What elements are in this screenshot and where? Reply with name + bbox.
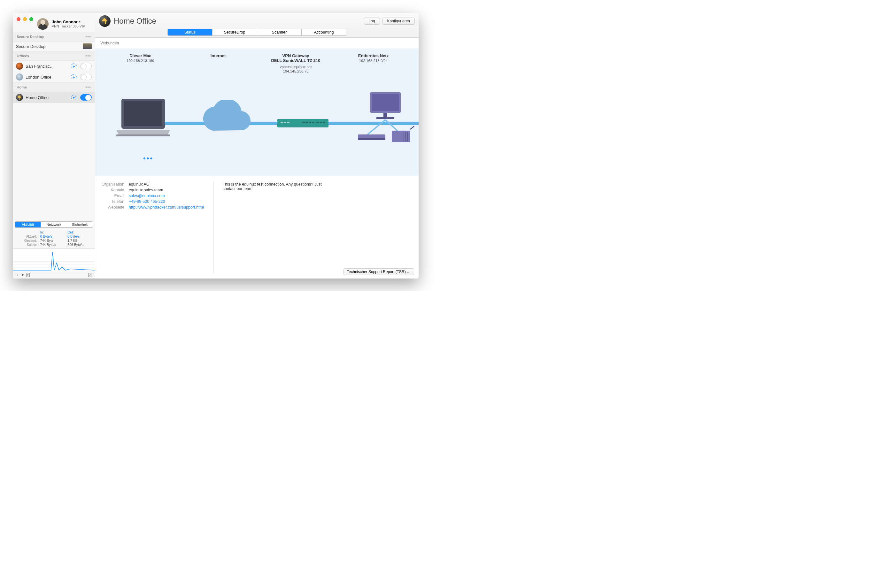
col-out: Out: — [68, 230, 92, 234]
add-button[interactable]: ＋ — [15, 272, 19, 278]
stat-value: 0 Byte/s — [68, 234, 92, 238]
sidebar-bottom: Aktivität Netzwerk Sicherheit In: Out: A… — [13, 219, 95, 279]
info-panel: Organisation equinux AG Kontakt equinux … — [95, 176, 419, 279]
main-tabs: Status SecureDrop Scanner Accounting — [167, 29, 346, 36]
svg-rect-19 — [323, 122, 325, 123]
zoom-window-button[interactable] — [29, 17, 33, 21]
svg-rect-16 — [312, 122, 314, 123]
svg-line-24 — [367, 120, 385, 135]
user-name: John Connor — [52, 20, 78, 25]
svg-rect-7 — [124, 101, 162, 126]
sidebar-group-secure-desktop[interactable]: Secure Desktop ••• — [13, 32, 95, 42]
svg-rect-10 — [281, 122, 283, 123]
stat-label: Spitze: — [16, 243, 37, 247]
node-mac-labels: Dieser Mac 192.168.213.189 — [102, 53, 179, 73]
more-indicator-icon[interactable]: ••• — [143, 154, 153, 163]
laptop-icon — [114, 97, 172, 140]
group-title: Offices — [17, 54, 29, 58]
stat-value: 744 Byte — [40, 238, 65, 242]
cloud-upload-icon[interactable] — [70, 63, 78, 69]
collapse-icon[interactable]: ▾ — [26, 273, 30, 277]
group-title: Home — [17, 85, 27, 89]
web-link[interactable]: http://www.vpntracker.com/us/support.htm… — [129, 205, 204, 210]
info-note: This is the equinux test connection. Any… — [213, 182, 335, 273]
node-title: Internet — [179, 53, 257, 58]
minimize-window-button[interactable] — [23, 17, 27, 21]
cloud-upload-icon[interactable] — [70, 94, 78, 100]
cloud-upload-icon[interactable] — [70, 74, 78, 80]
more-icon[interactable]: ••• — [85, 53, 91, 58]
stat-value: 1.7 KB — [68, 238, 92, 242]
connection-toggle[interactable] — [80, 94, 92, 100]
sidebar-group-offices[interactable]: Offices ••• — [13, 51, 95, 61]
tab-activity[interactable]: Aktivität — [15, 222, 41, 227]
node-sub: DELL SonicWALL TZ 210 — [257, 58, 335, 63]
svg-rect-12 — [287, 122, 290, 123]
stat-value: 696 Byte/s — [68, 243, 92, 247]
tab-network[interactable]: Netzwerk — [41, 222, 66, 227]
log-button[interactable]: Log — [364, 18, 380, 25]
tab-security[interactable]: Sicherheit — [67, 222, 93, 227]
svg-rect-17 — [316, 122, 319, 123]
node-title: VPN Gateway — [257, 53, 335, 58]
connection-toggle[interactable] — [80, 74, 92, 80]
contact-info: Organisation equinux AG Kontakt equinux … — [102, 182, 204, 273]
titlebar: John Connor ▾ VPN Tracker 365 VIP — [13, 13, 95, 32]
close-window-button[interactable] — [17, 17, 21, 21]
sidebar-item-label: San Francisc… — [26, 64, 68, 69]
activity-tabs: Aktivität Netzwerk Sicherheit — [15, 221, 93, 228]
tab-securedrop[interactable]: SecureDrop — [212, 29, 257, 36]
gateway-icon — [277, 117, 329, 131]
svg-rect-22 — [383, 113, 387, 117]
phone-link[interactable]: +49-89-520 465-220 — [129, 199, 165, 204]
svg-rect-18 — [320, 122, 322, 123]
group-title: Secure Desktop — [17, 35, 44, 39]
node-sub: 192.168.213.189 — [102, 59, 179, 63]
col-in: In: — [40, 230, 65, 234]
location-icon — [16, 63, 23, 70]
topology-diagram: Dieser Mac 192.168.213.189 Internet VPN … — [95, 48, 419, 176]
location-icon — [16, 74, 23, 81]
tab-accounting[interactable]: Accounting — [301, 29, 346, 36]
tab-scanner[interactable]: Scanner — [257, 29, 302, 36]
more-icon[interactable]: ••• — [85, 85, 91, 90]
more-icon[interactable]: ••• — [85, 34, 91, 39]
sidebar-item-label: London Office — [26, 75, 68, 80]
node-internet-labels: Internet — [179, 53, 257, 73]
node-sub: 194.145.236.73 — [257, 69, 335, 73]
user-block[interactable]: John Connor ▾ VPN Tracker 365 VIP — [52, 20, 85, 29]
stat-value: 744 Byte/s — [40, 243, 65, 247]
svg-rect-14 — [305, 122, 308, 123]
panel-toggle-icon[interactable]: ◁ — [88, 273, 92, 277]
status-line: Verbunden — [95, 38, 419, 48]
sidebar-item-secure-desktop[interactable]: Secure Desktop — [13, 42, 95, 51]
info-value: equinux sales team — [129, 188, 204, 192]
cloud-icon — [197, 100, 255, 140]
node-title: Entferntes Netz — [335, 53, 412, 58]
stat-label: Aktuell: — [16, 234, 37, 238]
info-label: Telefon — [102, 199, 124, 204]
info-label: Kontakt — [102, 188, 124, 192]
avatar[interactable] — [37, 18, 48, 30]
info-value: equinux AG — [129, 182, 204, 186]
key-icon — [16, 94, 23, 101]
thumbnail-icon — [83, 44, 92, 49]
svg-rect-21 — [372, 94, 399, 111]
sidebar-item-london[interactable]: London Office — [13, 72, 95, 82]
svg-rect-27 — [358, 138, 385, 140]
configure-button[interactable]: Konfigurieren — [383, 18, 415, 25]
activity-chart — [13, 249, 95, 271]
svg-line-33 — [410, 126, 414, 129]
email-link[interactable]: sales@equinux.com — [129, 194, 165, 198]
sidebar-item-home-office[interactable]: Home Office — [13, 92, 95, 103]
sidebar-group-home[interactable]: Home ••• — [13, 82, 95, 92]
dropdown-icon[interactable]: ▾ — [22, 273, 24, 277]
connection-toggle[interactable] — [80, 63, 92, 69]
tsr-button[interactable]: Technischer Support Report (TSR) … — [344, 268, 414, 275]
remote-network-icon — [354, 90, 415, 152]
node-gateway-labels: VPN Gateway DELL SonicWALL TZ 210 vpntes… — [257, 53, 335, 73]
sidebar-footer: ＋ ▾ ▾ ◁ — [13, 271, 95, 279]
sidebar-item-san-francisco[interactable]: San Francisc… — [13, 61, 95, 72]
info-label: Email — [102, 194, 124, 198]
tab-status[interactable]: Status — [168, 29, 212, 36]
